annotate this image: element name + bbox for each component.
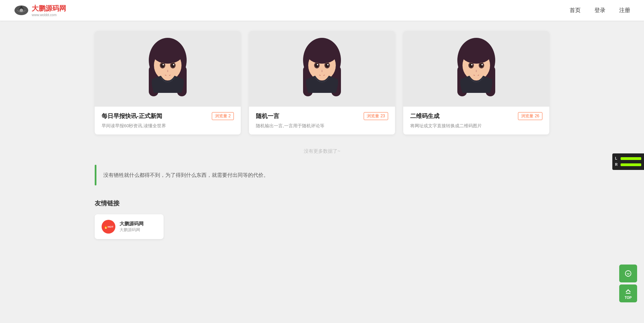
card-3[interactable]: 二维码生成 浏览量 26 将网址或文字直接转换成二维码图片 xyxy=(403,31,549,134)
card-3-image xyxy=(403,31,549,107)
card-1[interactable]: 每日早报快讯-正式新闻 浏览量 2 早间读早报60秒资讯,读懂全世界 xyxy=(95,31,241,134)
card-2-desc: 随机输出一言,一言用于随机评论等 xyxy=(256,123,388,129)
keyboard-widget: L R xyxy=(612,153,644,170)
svg-point-35 xyxy=(469,63,473,67)
svg-rect-40 xyxy=(474,77,478,80)
top-arrow-icon xyxy=(624,288,632,295)
nav-register[interactable]: 注册 xyxy=(619,7,630,14)
svg-point-1 xyxy=(20,9,23,12)
quote-bar xyxy=(95,165,96,185)
card-1-title-row: 每日早报快讯-正式新闻 浏览量 2 xyxy=(102,112,234,120)
top-label: TOP xyxy=(625,296,632,300)
anime-girl-3 xyxy=(449,34,504,103)
friend-name: 大鹏源码网 xyxy=(120,221,144,227)
svg-point-36 xyxy=(480,63,483,67)
nav-home[interactable]: 首页 xyxy=(570,7,581,14)
card-2-title-row: 随机一言 浏览量 23 xyxy=(256,112,388,120)
main-content: 每日早报快讯-正式新闻 浏览量 2 早间读早报60秒资讯,读懂全世界 xyxy=(81,21,563,249)
svg-point-10 xyxy=(171,63,175,67)
quote-text: 没有牺牲就什么都得不到，为了得到什么东西，就需要付出同等的代价。 xyxy=(103,172,549,179)
card-2-title: 随机一言 xyxy=(256,112,279,120)
logo-icon xyxy=(14,3,29,18)
friend-info: 大鹏源码网 大鹏源码网 xyxy=(120,221,144,233)
svg-rect-14 xyxy=(166,77,170,80)
hot-icon: 🔥HOT xyxy=(102,220,115,234)
svg-point-9 xyxy=(161,63,164,67)
card-2[interactable]: 随机一言 浏览量 23 随机输出一言,一言用于随机评论等 xyxy=(249,31,395,134)
card-1-desc: 早间读早报60秒资讯,读懂全世界 xyxy=(102,123,234,129)
card-3-title-row: 二维码生成 浏览量 26 xyxy=(410,112,542,120)
svg-point-24 xyxy=(317,64,318,65)
card-1-body: 每日早报快讯-正式新闻 浏览量 2 早间读早报60秒资讯,读懂全世界 xyxy=(95,107,241,134)
card-2-image xyxy=(249,31,395,107)
logo-area[interactable]: 大鹏源码网 www.wobbt.com xyxy=(14,3,66,18)
logo-text-block: 大鹏源码网 www.wobbt.com xyxy=(32,4,66,17)
svg-point-41 xyxy=(625,271,631,277)
card-3-desc: 将网址或文字直接转换成二维码图片 xyxy=(410,123,542,129)
nav-login[interactable]: 登录 xyxy=(594,7,605,14)
svg-point-37 xyxy=(471,64,472,65)
friends-title: 友情链接 xyxy=(95,199,549,207)
card-2-body: 随机一言 浏览量 23 随机输出一言,一言用于随机评论等 xyxy=(249,107,395,134)
card-1-image xyxy=(95,31,241,107)
card-3-badge: 浏览量 26 xyxy=(518,112,542,120)
anime-girl-2 xyxy=(294,34,350,103)
float-buttons: TOP xyxy=(619,265,637,302)
card-3-body: 二维码生成 浏览量 26 将网址或文字直接转换成二维码图片 xyxy=(403,107,549,134)
main-nav: 首页 登录 注册 xyxy=(570,7,630,14)
svg-rect-27 xyxy=(320,77,324,80)
top-float-button[interactable]: TOP xyxy=(619,284,637,302)
svg-point-38 xyxy=(481,64,483,65)
header: 大鹏源码网 www.wobbt.com 首页 登录 注册 xyxy=(0,0,644,21)
logo-subtitle: www.wobbt.com xyxy=(32,13,66,17)
svg-point-25 xyxy=(327,64,329,65)
chat-icon xyxy=(624,270,632,277)
card-3-title: 二维码生成 xyxy=(410,112,439,120)
card-1-title: 每日早报快讯-正式新闻 xyxy=(102,112,162,120)
anime-girl-1 xyxy=(140,34,195,103)
friends-section: 友情链接 🔥HOT 大鹏源码网 大鹏源码网 xyxy=(95,199,549,239)
svg-point-12 xyxy=(173,64,174,65)
svg-point-11 xyxy=(163,64,164,65)
quote-section: 没有牺牲就什么都得不到，为了得到什么东西，就需要付出同等的代价。 xyxy=(95,165,549,185)
card-1-badge: 浏览量 2 xyxy=(212,112,234,120)
chat-float-button[interactable] xyxy=(619,265,637,282)
svg-point-23 xyxy=(325,63,329,67)
card-2-badge: 浏览量 23 xyxy=(364,112,388,120)
no-more-text: 没有更多数据了~ xyxy=(95,148,549,154)
friend-sub: 大鹏源码网 xyxy=(120,227,144,233)
logo-title: 大鹏源码网 xyxy=(32,4,66,13)
svg-point-22 xyxy=(315,63,319,67)
cards-grid: 每日早报快讯-正式新闻 浏览量 2 早间读早报60秒资讯,读懂全世界 xyxy=(95,31,549,134)
friend-card-0[interactable]: 🔥HOT 大鹏源码网 大鹏源码网 xyxy=(95,214,164,239)
